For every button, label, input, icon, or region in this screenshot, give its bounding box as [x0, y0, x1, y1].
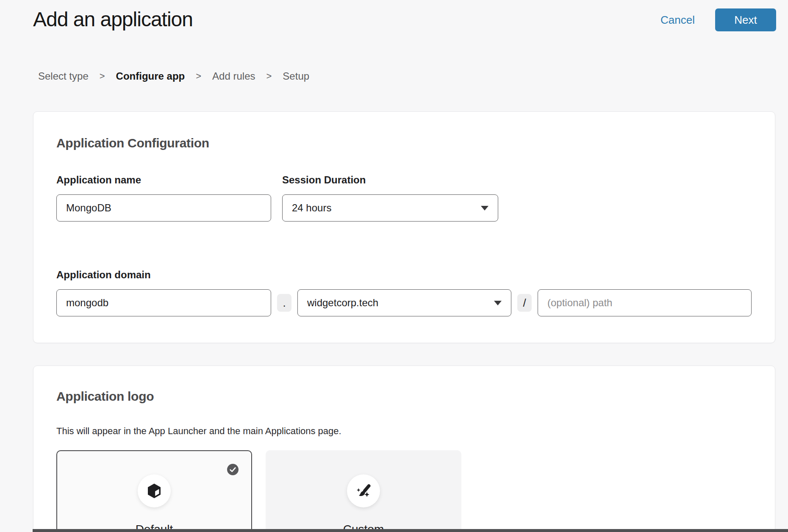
application-domain-label: Application domain	[56, 269, 752, 281]
progress-bar	[33, 529, 788, 532]
slash-separator: /	[517, 294, 532, 312]
logo-option-default[interactable]: Default	[56, 450, 252, 532]
caret-down-icon	[481, 206, 488, 211]
add-application-page: Add an application Cancel Next Select ty…	[0, 0, 788, 532]
paintbrush-icon	[355, 482, 372, 500]
subdomain-input[interactable]	[56, 289, 271, 316]
domain-select-value: widgetcorp.tech	[307, 297, 378, 309]
path-input[interactable]	[538, 289, 752, 316]
custom-logo-circle	[347, 474, 380, 507]
step-add-rules: Add rules	[212, 70, 255, 82]
step-select-type: Select type	[38, 70, 89, 82]
session-duration-label: Session Duration	[282, 174, 498, 186]
application-name-label: Application name	[56, 174, 271, 186]
header-actions: Cancel Next	[660, 8, 776, 31]
caret-down-icon	[494, 301, 502, 305]
page-title: Add an application	[33, 8, 193, 31]
selected-check-badge	[227, 464, 239, 475]
dot-separator: .	[277, 294, 291, 312]
check-icon	[227, 464, 239, 475]
logo-options: Default Custom	[56, 450, 752, 532]
application-name-input[interactable]	[56, 194, 271, 222]
domain-select[interactable]: widgetcorp.tech	[297, 289, 511, 316]
session-duration-value: 24 hours	[292, 202, 331, 214]
logo-card-title: Application logo	[56, 389, 752, 404]
cube-icon	[146, 482, 163, 499]
chevron-right-icon: >	[100, 71, 105, 82]
default-logo-circle	[138, 474, 171, 507]
chevron-right-icon: >	[196, 71, 201, 82]
next-button[interactable]: Next	[715, 8, 776, 31]
logo-option-custom[interactable]: Custom	[266, 450, 461, 532]
session-duration-select[interactable]: 24 hours	[282, 194, 498, 222]
logo-card-description: This will appear in the App Launcher and…	[56, 426, 752, 437]
step-configure-app: Configure app	[116, 70, 185, 82]
cancel-button[interactable]: Cancel	[660, 14, 695, 27]
breadcrumb: Select type > Configure app > Add rules …	[38, 70, 309, 82]
application-configuration-card: Application Configuration Application na…	[33, 111, 775, 343]
chevron-right-icon: >	[266, 71, 272, 82]
step-setup: Setup	[283, 70, 309, 82]
application-logo-card: Application logo This will appear in the…	[33, 366, 775, 532]
config-card-title: Application Configuration	[56, 136, 752, 150]
